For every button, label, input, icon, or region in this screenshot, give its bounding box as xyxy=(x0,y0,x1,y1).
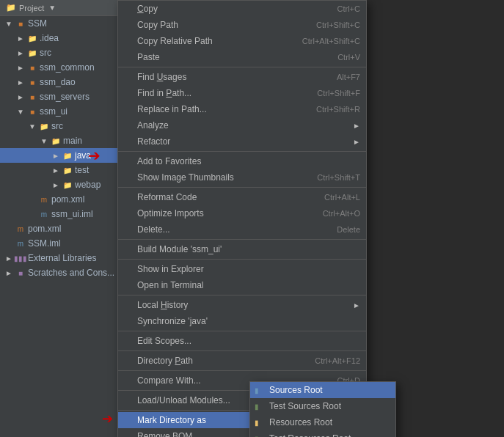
menu-item-replace-in-path[interactable]: Replace in Path... Ctrl+Shift+R xyxy=(118,101,366,117)
menu-item-find-in-path[interactable]: Find in Path... Ctrl+Shift+F xyxy=(118,85,366,101)
folder-icon: 📁 xyxy=(62,164,73,176)
folder-icon: 📁 xyxy=(26,47,38,59)
menu-label: Synchronize 'java' xyxy=(137,316,208,326)
module-icon: ■ xyxy=(26,62,38,73)
test-sources-icon: ▮ xyxy=(255,403,259,411)
submenu-label: Sources Root xyxy=(269,385,323,395)
menu-label: Reformat Code xyxy=(137,192,197,202)
menu-label: Show in Explorer xyxy=(137,264,204,274)
project-title: Project xyxy=(19,4,44,12)
tree-item-java[interactable]: ► 📁 java xyxy=(0,148,119,163)
submenu-sources-root[interactable]: ▮ Sources Root xyxy=(250,382,395,398)
menu-item-copy-rel-path[interactable]: Copy Relative Path Ctrl+Alt+Shift+C xyxy=(118,33,366,49)
scratch-icon: ■ xyxy=(15,267,26,279)
menu-item-edit-scopes[interactable]: Edit Scopes... xyxy=(118,333,366,349)
tree-item-src[interactable]: ► 📁 src xyxy=(0,45,119,60)
menu-item-paste[interactable]: Paste Ctrl+V xyxy=(118,49,366,65)
expand-icon: ▼ xyxy=(38,135,50,147)
menu-label: Show Image Thumbnails xyxy=(137,172,234,183)
submenu-label: Resources Root xyxy=(269,417,332,427)
project-header[interactable]: 📁 Project ▼ xyxy=(0,0,119,16)
tree-item-test[interactable]: ► 📁 test xyxy=(0,163,119,177)
menu-item-add-favorites[interactable]: Add to Favorites xyxy=(118,153,366,169)
folder-icon: 📁 xyxy=(26,32,38,44)
expand-icon: ► xyxy=(3,267,15,279)
menu-item-local-history[interactable]: Local History ► xyxy=(118,297,366,313)
menu-item-synchronize-java[interactable]: Synchronize 'java' xyxy=(118,313,366,329)
expand-icon: ► xyxy=(15,32,26,44)
tree-item-idea[interactable]: ► 📁 .idea xyxy=(0,31,119,45)
iml-icon: m xyxy=(15,238,26,249)
tree-item-scratches[interactable]: ► ■ Scratches and Cons... xyxy=(0,265,119,280)
menu-label: Mark Directory as xyxy=(137,415,206,425)
module-icon: ■ xyxy=(26,76,38,88)
expand-icon: ▼ xyxy=(3,18,15,29)
menu-label: Copy xyxy=(137,4,158,14)
context-menu: Copy Ctrl+C Copy Path Ctrl+Shift+C Copy … xyxy=(117,0,367,437)
tree-item-pom2[interactable]: m pom.xml xyxy=(0,221,119,236)
menu-label: Replace in Path... xyxy=(137,104,207,114)
tree-item-ssm-ui[interactable]: ▼ ■ ssm_ui xyxy=(0,104,119,119)
menu-item-reformat[interactable]: Reformat Code Ctrl+Alt+L xyxy=(118,189,366,205)
menu-item-optimize[interactable]: Optimize Imports Ctrl+Alt+O xyxy=(118,205,366,221)
submenu-label: Test Resources Root xyxy=(269,433,351,437)
sources-root-icon: ▮ xyxy=(255,386,259,394)
menu-label: Remove BOM xyxy=(137,431,192,437)
tree-label: src xyxy=(38,48,51,58)
menu-item-show-thumbnails[interactable]: Show Image Thumbnails Ctrl+Shift+T xyxy=(118,169,366,186)
menu-shortcut: Ctrl+C xyxy=(337,4,360,13)
menu-item-build-module[interactable]: Build Module 'ssm_ui' xyxy=(118,241,366,257)
tree-label: ssm_ui.iml xyxy=(50,209,93,219)
tree-label: ssm_ui xyxy=(38,106,67,117)
folder-java-icon: 📁 xyxy=(62,150,73,161)
tree-item-ssm-ui-iml[interactable]: m ssm_ui.iml xyxy=(0,207,119,221)
menu-label: Load/Unload Modules... xyxy=(137,395,230,405)
tree-item-ssm-dao[interactable]: ► ■ ssm_dao xyxy=(0,75,119,89)
iml-icon: m xyxy=(38,208,50,220)
menu-separator xyxy=(118,67,366,67)
project-dropdown-icon[interactable]: ▼ xyxy=(48,4,56,12)
submenu-arrow-icon: ► xyxy=(353,301,360,309)
submenu-label: Test Sources Root xyxy=(269,401,341,411)
menu-shortcut: Ctrl+Alt+L xyxy=(324,193,360,202)
expand-icon: ► xyxy=(15,62,26,73)
menu-item-find-usages[interactable]: Find Usages Alt+F7 xyxy=(118,69,366,85)
menu-item-analyze[interactable]: Analyze ► xyxy=(118,117,366,133)
submenu-test-sources-root[interactable]: ▮ Test Sources Root xyxy=(250,398,395,414)
tree-item-ssm[interactable]: ▼ ■ SSM xyxy=(0,16,119,31)
submenu-test-resources-root[interactable]: ▮ Test Resources Root xyxy=(250,430,395,437)
tree-label: java xyxy=(73,150,91,161)
tree-item-src2[interactable]: ▼ 📁 src xyxy=(0,119,119,133)
menu-label: Add to Favorites xyxy=(137,156,201,166)
tree-label: .idea xyxy=(38,33,59,43)
submenu-arrow-icon: ► xyxy=(353,138,360,146)
tree-item-ext-libs[interactable]: ► ▮▮▮ External Libraries xyxy=(0,251,119,265)
expand-icon: ▼ xyxy=(26,120,38,132)
menu-shortcut: Alt+F7 xyxy=(337,73,360,81)
tree-item-ssm-servers[interactable]: ► ■ ssm_servers xyxy=(0,89,119,104)
tree-item-webapp[interactable]: ► 📁 webap xyxy=(0,177,119,192)
tree-item-ssm-iml[interactable]: m SSM.iml xyxy=(0,236,119,251)
menu-item-delete[interactable]: Delete... Delete xyxy=(118,221,366,238)
expand-icon: ► xyxy=(15,47,26,59)
menu-item-directory-path[interactable]: Directory Path Ctrl+Alt+F12 xyxy=(118,353,366,369)
tree-label: SSM xyxy=(26,18,47,29)
tree-item-ssm-common[interactable]: ► ■ ssm_common xyxy=(0,60,119,75)
menu-shortcut: Delete xyxy=(337,225,360,234)
menu-item-refactor[interactable]: Refactor ► xyxy=(118,133,366,150)
menu-label: ​Compare With... xyxy=(137,375,201,386)
menu-item-copy[interactable]: Copy Ctrl+C xyxy=(118,1,366,17)
menu-item-copy-path[interactable]: Copy Path Ctrl+Shift+C xyxy=(118,17,366,33)
tree-label: webap xyxy=(73,180,101,190)
project-panel: 📁 Project ▼ ▼ ■ SSM ► 📁 .idea ► 📁 src ► … xyxy=(0,0,119,437)
folder-icon: 📁 xyxy=(62,179,73,191)
submenu-resources-root[interactable]: ▮ Resources Root xyxy=(250,414,395,430)
menu-item-show-explorer[interactable]: Show in Explorer xyxy=(118,261,366,277)
menu-shortcut: Ctrl+Shift+F xyxy=(317,89,360,98)
tree-item-pom1[interactable]: m pom.xml xyxy=(0,192,119,207)
menu-label: Refactor xyxy=(137,136,170,147)
tree-label: ssm_servers xyxy=(38,92,90,102)
menu-item-open-terminal[interactable]: Open in Terminal xyxy=(118,277,366,293)
tree-item-main[interactable]: ▼ 📁 main xyxy=(0,133,119,148)
test-resources-icon: ▮ xyxy=(255,435,259,438)
